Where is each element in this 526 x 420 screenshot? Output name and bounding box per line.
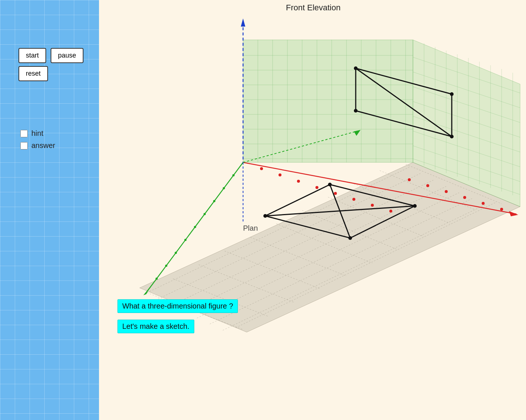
sketch-label: Let's make a sketch. xyxy=(117,320,194,333)
svg-point-74 xyxy=(184,239,187,241)
sidebar: start pause reset hint answer xyxy=(0,0,99,420)
svg-point-55 xyxy=(260,168,263,170)
svg-point-69 xyxy=(232,174,235,176)
hint-label: hint xyxy=(31,129,43,138)
plan-vertex-right xyxy=(413,204,417,208)
pause-button[interactable]: pause xyxy=(51,48,83,63)
svg-point-73 xyxy=(194,226,196,228)
start-button[interactable]: start xyxy=(18,48,46,63)
answer-label: answer xyxy=(31,141,55,150)
svg-point-62 xyxy=(390,210,392,212)
front-shape-vertex-bottom xyxy=(450,135,454,138)
svg-point-77 xyxy=(156,278,158,280)
svg-point-61 xyxy=(371,204,373,206)
svg-point-65 xyxy=(445,190,447,193)
sidebar-controls: start pause reset xyxy=(18,48,83,81)
reset-button[interactable]: reset xyxy=(18,66,48,81)
hint-row: hint xyxy=(20,129,55,138)
svg-point-68 xyxy=(501,208,503,210)
x-axis-arrow xyxy=(509,211,518,216)
button-row-bottom: reset xyxy=(18,66,83,81)
hint-checkbox[interactable] xyxy=(20,130,28,137)
svg-point-57 xyxy=(297,180,300,182)
svg-point-60 xyxy=(353,198,355,200)
svg-point-56 xyxy=(279,174,281,176)
question-label: What a three-dimensional figure ? xyxy=(117,299,238,313)
plan-vertex-top xyxy=(328,183,332,186)
svg-point-70 xyxy=(223,187,225,189)
svg-point-76 xyxy=(165,265,167,267)
y-axis-arrow xyxy=(241,18,245,27)
front-shape-vertex-top xyxy=(354,66,358,70)
plan-label: Plan xyxy=(243,224,258,232)
answer-checkbox[interactable] xyxy=(20,142,28,149)
plan-vertex-bottom xyxy=(348,236,352,240)
svg-point-64 xyxy=(427,185,429,187)
svg-point-75 xyxy=(175,252,177,254)
answer-row: answer xyxy=(20,141,55,150)
scene-svg: Front Elevation Plan xyxy=(99,0,526,420)
main-scene: Front Elevation Plan What a three-dimens… xyxy=(99,0,526,420)
svg-point-72 xyxy=(204,213,206,215)
plan-vertex-left xyxy=(263,214,267,218)
svg-point-71 xyxy=(213,200,215,202)
button-row-top: start pause xyxy=(18,48,83,63)
svg-point-67 xyxy=(482,202,484,204)
front-elevation-label: Front Elevation xyxy=(286,3,341,12)
front-shape-vertex-right xyxy=(450,92,454,96)
svg-point-66 xyxy=(464,196,466,199)
svg-point-58 xyxy=(316,186,318,189)
front-shape-vertex-left xyxy=(354,109,358,113)
svg-point-59 xyxy=(334,192,337,194)
svg-point-63 xyxy=(408,179,410,181)
checkboxes: hint answer xyxy=(20,129,55,150)
